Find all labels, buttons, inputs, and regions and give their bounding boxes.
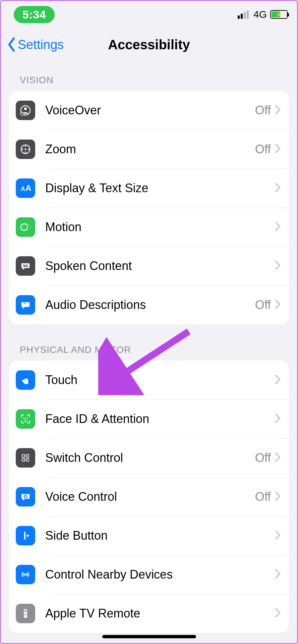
chevron-right-icon <box>275 452 281 464</box>
svg-point-17 <box>23 417 24 419</box>
chevron-right-icon <box>275 569 281 580</box>
svg-rect-22 <box>26 459 29 461</box>
row-value: Off <box>255 490 271 504</box>
row-label: Face ID & Attention <box>45 412 271 426</box>
row-apple-tv-remote[interactable]: Apple TV Remote <box>9 594 289 633</box>
audio-descriptions-icon: ” <box>16 295 35 315</box>
row-switch-control[interactable]: Switch Control Off <box>9 438 289 477</box>
svg-point-8 <box>25 149 26 150</box>
chevron-right-icon <box>275 105 281 116</box>
row-label: Switch Control <box>45 451 255 465</box>
motion-icon <box>16 217 35 237</box>
status-bar: 5:34 4G ⚡ <box>1 1 297 28</box>
svg-point-33 <box>26 613 27 614</box>
chevron-right-icon <box>275 413 281 425</box>
back-label: Settings <box>18 38 64 52</box>
chevron-right-icon <box>275 182 281 194</box>
chevron-right-icon <box>275 144 281 155</box>
row-faceid-attention[interactable]: Face ID & Attention <box>9 399 289 438</box>
row-value: Off <box>255 142 271 156</box>
svg-point-29 <box>25 574 26 576</box>
svg-rect-28 <box>24 532 25 540</box>
row-label: Spoken Content <box>45 259 271 273</box>
row-label: Touch <box>45 373 271 387</box>
chevron-right-icon <box>275 374 281 386</box>
row-label: Side Button <box>45 529 271 543</box>
row-label: Motion <box>45 220 271 234</box>
row-audio-descriptions[interactable]: ” Audio Descriptions Off <box>9 285 289 324</box>
voice-control-icon <box>16 487 35 506</box>
text-size-icon: AA <box>16 178 35 198</box>
back-button[interactable]: Settings <box>7 38 64 52</box>
chevron-right-icon <box>275 260 281 272</box>
svg-point-1 <box>24 107 27 110</box>
apple-tv-remote-icon <box>16 604 35 623</box>
row-voiceover[interactable]: VoiceOver Off <box>9 91 289 130</box>
svg-point-11 <box>21 224 27 230</box>
svg-point-35 <box>26 615 27 616</box>
switch-control-icon <box>16 448 35 468</box>
row-side-button[interactable]: Side Button <box>9 516 289 555</box>
row-touch[interactable]: Touch <box>9 361 289 399</box>
row-label: Display & Text Size <box>45 181 271 195</box>
svg-rect-15 <box>23 266 28 267</box>
svg-point-18 <box>26 417 28 419</box>
row-value: Off <box>255 103 271 117</box>
svg-point-26 <box>24 496 25 497</box>
section-header-physical: PHYSICAL AND MOTOR <box>9 344 289 361</box>
svg-point-32 <box>24 613 25 614</box>
svg-point-7 <box>28 149 29 150</box>
chevron-right-icon <box>275 491 281 502</box>
svg-point-5 <box>25 152 26 153</box>
row-value: Off <box>255 451 271 465</box>
svg-rect-21 <box>22 459 25 461</box>
status-time-pill: 5:34 <box>14 6 55 23</box>
row-label: Control Nearby Devices <box>45 568 271 582</box>
zoom-icon <box>16 140 35 159</box>
chevron-right-icon <box>275 530 281 541</box>
svg-point-24 <box>25 495 26 496</box>
battery-charging-icon: ⚡ <box>270 10 288 19</box>
nearby-devices-icon <box>16 565 35 584</box>
chevron-left-icon <box>7 38 16 52</box>
svg-rect-20 <box>26 454 29 457</box>
row-control-nearby-devices[interactable]: Control Nearby Devices <box>9 555 289 594</box>
side-button-icon <box>16 526 35 545</box>
chevron-right-icon <box>275 221 281 233</box>
svg-rect-14 <box>26 265 28 266</box>
svg-point-27 <box>26 496 27 497</box>
row-spoken-content[interactable]: Spoken Content <box>9 247 289 285</box>
row-value: Off <box>255 298 271 312</box>
svg-point-6 <box>22 149 23 150</box>
spoken-content-icon <box>16 256 35 276</box>
svg-point-34 <box>24 615 25 616</box>
svg-point-31 <box>24 610 26 612</box>
svg-rect-13 <box>23 265 25 266</box>
chevron-right-icon <box>275 299 281 311</box>
svg-text:A: A <box>25 183 31 193</box>
row-voice-control[interactable]: Voice Control Off <box>9 477 289 516</box>
row-motion[interactable]: Motion <box>9 208 289 247</box>
row-label: Zoom <box>45 142 255 156</box>
vision-card: VoiceOver Off Zoom Off AA Display & Text… <box>9 91 289 324</box>
svg-rect-19 <box>22 454 25 457</box>
row-zoom[interactable]: Zoom Off <box>9 130 289 169</box>
network-type-label: 4G <box>253 9 267 20</box>
svg-text:”: ” <box>23 302 26 307</box>
physical-card: Touch Face ID & Attention Switch Control… <box>9 361 289 633</box>
svg-point-4 <box>25 146 26 147</box>
svg-point-25 <box>25 497 26 498</box>
row-display-text-size[interactable]: AA Display & Text Size <box>9 169 289 208</box>
faceid-icon <box>16 409 35 429</box>
touch-icon <box>16 370 35 390</box>
row-label: Audio Descriptions <box>45 298 255 312</box>
section-header-vision: VISION <box>9 75 289 91</box>
nav-bar: Settings Accessibility <box>1 28 297 61</box>
page-title: Accessibility <box>108 37 190 52</box>
chevron-right-icon <box>275 608 281 619</box>
home-indicator[interactable] <box>102 635 196 638</box>
svg-text:A: A <box>21 185 25 192</box>
voiceover-icon <box>16 101 35 120</box>
row-label: Voice Control <box>45 490 255 504</box>
row-label: VoiceOver <box>45 103 255 117</box>
